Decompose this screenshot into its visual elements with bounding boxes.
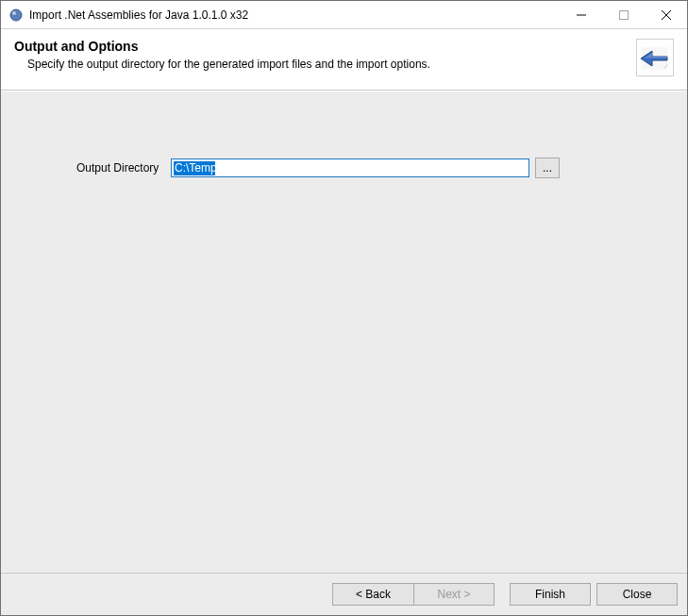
back-button[interactable]: < Back bbox=[332, 583, 413, 606]
close-button[interactable]: Close bbox=[596, 583, 678, 606]
titlebar: Import .Net Assemblies for Java 1.0.1.0 … bbox=[1, 1, 687, 29]
maximize-button[interactable] bbox=[602, 1, 645, 28]
wizard-content: Output Directory C:\Temp ... bbox=[1, 91, 687, 573]
finish-button[interactable]: Finish bbox=[510, 583, 591, 606]
page-title: Output and Options bbox=[14, 39, 627, 54]
svg-point-1 bbox=[12, 11, 16, 15]
close-window-button[interactable] bbox=[645, 1, 687, 28]
svg-rect-3 bbox=[619, 10, 628, 19]
output-directory-row: Output Directory C:\Temp ... bbox=[76, 158, 612, 178]
svg-point-0 bbox=[10, 9, 22, 21]
output-directory-label: Output Directory bbox=[76, 161, 171, 175]
app-icon bbox=[8, 8, 24, 23]
browse-button[interactable]: ... bbox=[535, 158, 560, 178]
wizard-footer: < Back Next > Finish Close bbox=[1, 573, 687, 615]
window-title: Import .Net Assemblies for Java 1.0.1.0 … bbox=[29, 8, 560, 22]
output-directory-input[interactable]: C:\Temp bbox=[171, 158, 529, 177]
import-arrow-icon bbox=[636, 39, 674, 76]
page-subtitle: Specify the output directory for the gen… bbox=[14, 58, 627, 71]
wizard-header: Output and Options Specify the output di… bbox=[1, 29, 687, 91]
next-button: Next > bbox=[413, 583, 495, 606]
minimize-button[interactable] bbox=[560, 1, 602, 28]
